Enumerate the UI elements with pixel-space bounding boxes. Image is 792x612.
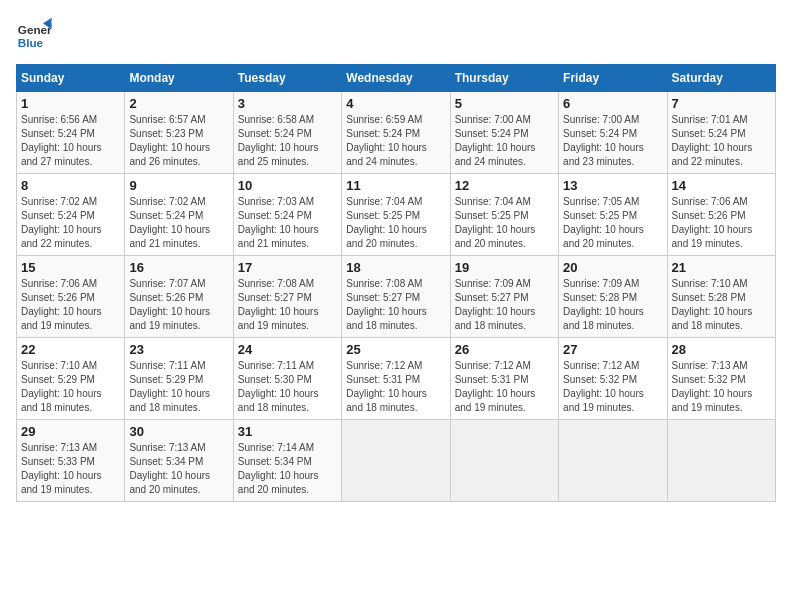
day-number: 29 bbox=[21, 424, 120, 439]
weekday-header-thursday: Thursday bbox=[450, 65, 558, 92]
calendar-cell: 16Sunrise: 7:07 AM Sunset: 5:26 PM Dayli… bbox=[125, 256, 233, 338]
day-info: Sunrise: 7:08 AM Sunset: 5:27 PM Dayligh… bbox=[346, 277, 445, 333]
day-number: 13 bbox=[563, 178, 662, 193]
calendar-cell: 6Sunrise: 7:00 AM Sunset: 5:24 PM Daylig… bbox=[559, 92, 667, 174]
page-header: General Blue bbox=[16, 16, 776, 52]
day-number: 15 bbox=[21, 260, 120, 275]
calendar-cell: 4Sunrise: 6:59 AM Sunset: 5:24 PM Daylig… bbox=[342, 92, 450, 174]
calendar-cell: 22Sunrise: 7:10 AM Sunset: 5:29 PM Dayli… bbox=[17, 338, 125, 420]
day-number: 14 bbox=[672, 178, 771, 193]
calendar-cell: 24Sunrise: 7:11 AM Sunset: 5:30 PM Dayli… bbox=[233, 338, 341, 420]
day-info: Sunrise: 7:13 AM Sunset: 5:34 PM Dayligh… bbox=[129, 441, 228, 497]
day-number: 20 bbox=[563, 260, 662, 275]
day-number: 6 bbox=[563, 96, 662, 111]
calendar-cell: 3Sunrise: 6:58 AM Sunset: 5:24 PM Daylig… bbox=[233, 92, 341, 174]
day-info: Sunrise: 7:06 AM Sunset: 5:26 PM Dayligh… bbox=[21, 277, 120, 333]
day-info: Sunrise: 7:01 AM Sunset: 5:24 PM Dayligh… bbox=[672, 113, 771, 169]
day-number: 12 bbox=[455, 178, 554, 193]
day-info: Sunrise: 7:00 AM Sunset: 5:24 PM Dayligh… bbox=[563, 113, 662, 169]
calendar-cell: 25Sunrise: 7:12 AM Sunset: 5:31 PM Dayli… bbox=[342, 338, 450, 420]
day-info: Sunrise: 7:08 AM Sunset: 5:27 PM Dayligh… bbox=[238, 277, 337, 333]
calendar-cell: 2Sunrise: 6:57 AM Sunset: 5:23 PM Daylig… bbox=[125, 92, 233, 174]
day-info: Sunrise: 7:04 AM Sunset: 5:25 PM Dayligh… bbox=[455, 195, 554, 251]
calendar-cell: 7Sunrise: 7:01 AM Sunset: 5:24 PM Daylig… bbox=[667, 92, 775, 174]
day-info: Sunrise: 7:14 AM Sunset: 5:34 PM Dayligh… bbox=[238, 441, 337, 497]
day-number: 3 bbox=[238, 96, 337, 111]
day-info: Sunrise: 7:13 AM Sunset: 5:32 PM Dayligh… bbox=[672, 359, 771, 415]
day-info: Sunrise: 7:09 AM Sunset: 5:27 PM Dayligh… bbox=[455, 277, 554, 333]
day-info: Sunrise: 7:11 AM Sunset: 5:29 PM Dayligh… bbox=[129, 359, 228, 415]
calendar-cell: 19Sunrise: 7:09 AM Sunset: 5:27 PM Dayli… bbox=[450, 256, 558, 338]
weekday-header-tuesday: Tuesday bbox=[233, 65, 341, 92]
day-info: Sunrise: 7:13 AM Sunset: 5:33 PM Dayligh… bbox=[21, 441, 120, 497]
calendar-cell: 28Sunrise: 7:13 AM Sunset: 5:32 PM Dayli… bbox=[667, 338, 775, 420]
calendar-cell: 5Sunrise: 7:00 AM Sunset: 5:24 PM Daylig… bbox=[450, 92, 558, 174]
day-number: 26 bbox=[455, 342, 554, 357]
calendar-cell: 15Sunrise: 7:06 AM Sunset: 5:26 PM Dayli… bbox=[17, 256, 125, 338]
svg-text:Blue: Blue bbox=[18, 36, 44, 49]
calendar-cell: 11Sunrise: 7:04 AM Sunset: 5:25 PM Dayli… bbox=[342, 174, 450, 256]
day-number: 30 bbox=[129, 424, 228, 439]
weekday-header-sunday: Sunday bbox=[17, 65, 125, 92]
calendar-cell: 10Sunrise: 7:03 AM Sunset: 5:24 PM Dayli… bbox=[233, 174, 341, 256]
calendar-week-row: 29Sunrise: 7:13 AM Sunset: 5:33 PM Dayli… bbox=[17, 420, 776, 502]
day-info: Sunrise: 7:04 AM Sunset: 5:25 PM Dayligh… bbox=[346, 195, 445, 251]
day-info: Sunrise: 6:56 AM Sunset: 5:24 PM Dayligh… bbox=[21, 113, 120, 169]
day-info: Sunrise: 7:12 AM Sunset: 5:32 PM Dayligh… bbox=[563, 359, 662, 415]
day-info: Sunrise: 7:11 AM Sunset: 5:30 PM Dayligh… bbox=[238, 359, 337, 415]
day-number: 24 bbox=[238, 342, 337, 357]
weekday-header-monday: Monday bbox=[125, 65, 233, 92]
day-number: 19 bbox=[455, 260, 554, 275]
day-info: Sunrise: 7:09 AM Sunset: 5:28 PM Dayligh… bbox=[563, 277, 662, 333]
day-info: Sunrise: 7:12 AM Sunset: 5:31 PM Dayligh… bbox=[455, 359, 554, 415]
day-info: Sunrise: 7:10 AM Sunset: 5:29 PM Dayligh… bbox=[21, 359, 120, 415]
calendar-cell: 30Sunrise: 7:13 AM Sunset: 5:34 PM Dayli… bbox=[125, 420, 233, 502]
day-number: 25 bbox=[346, 342, 445, 357]
day-info: Sunrise: 7:12 AM Sunset: 5:31 PM Dayligh… bbox=[346, 359, 445, 415]
day-info: Sunrise: 7:03 AM Sunset: 5:24 PM Dayligh… bbox=[238, 195, 337, 251]
calendar-cell: 14Sunrise: 7:06 AM Sunset: 5:26 PM Dayli… bbox=[667, 174, 775, 256]
logo: General Blue bbox=[16, 16, 58, 52]
calendar-cell: 26Sunrise: 7:12 AM Sunset: 5:31 PM Dayli… bbox=[450, 338, 558, 420]
day-info: Sunrise: 6:57 AM Sunset: 5:23 PM Dayligh… bbox=[129, 113, 228, 169]
day-number: 8 bbox=[21, 178, 120, 193]
calendar-cell bbox=[559, 420, 667, 502]
calendar-week-row: 22Sunrise: 7:10 AM Sunset: 5:29 PM Dayli… bbox=[17, 338, 776, 420]
calendar-cell: 12Sunrise: 7:04 AM Sunset: 5:25 PM Dayli… bbox=[450, 174, 558, 256]
calendar-cell: 23Sunrise: 7:11 AM Sunset: 5:29 PM Dayli… bbox=[125, 338, 233, 420]
day-number: 10 bbox=[238, 178, 337, 193]
calendar-cell: 27Sunrise: 7:12 AM Sunset: 5:32 PM Dayli… bbox=[559, 338, 667, 420]
day-info: Sunrise: 7:02 AM Sunset: 5:24 PM Dayligh… bbox=[21, 195, 120, 251]
day-info: Sunrise: 7:07 AM Sunset: 5:26 PM Dayligh… bbox=[129, 277, 228, 333]
day-number: 27 bbox=[563, 342, 662, 357]
day-number: 28 bbox=[672, 342, 771, 357]
day-number: 11 bbox=[346, 178, 445, 193]
day-info: Sunrise: 7:05 AM Sunset: 5:25 PM Dayligh… bbox=[563, 195, 662, 251]
day-number: 17 bbox=[238, 260, 337, 275]
day-info: Sunrise: 7:06 AM Sunset: 5:26 PM Dayligh… bbox=[672, 195, 771, 251]
day-number: 31 bbox=[238, 424, 337, 439]
calendar-cell: 9Sunrise: 7:02 AM Sunset: 5:24 PM Daylig… bbox=[125, 174, 233, 256]
day-number: 21 bbox=[672, 260, 771, 275]
calendar-cell: 20Sunrise: 7:09 AM Sunset: 5:28 PM Dayli… bbox=[559, 256, 667, 338]
day-number: 9 bbox=[129, 178, 228, 193]
day-number: 4 bbox=[346, 96, 445, 111]
calendar-week-row: 8Sunrise: 7:02 AM Sunset: 5:24 PM Daylig… bbox=[17, 174, 776, 256]
calendar-cell: 1Sunrise: 6:56 AM Sunset: 5:24 PM Daylig… bbox=[17, 92, 125, 174]
calendar-cell bbox=[342, 420, 450, 502]
calendar-week-row: 15Sunrise: 7:06 AM Sunset: 5:26 PM Dayli… bbox=[17, 256, 776, 338]
day-info: Sunrise: 6:58 AM Sunset: 5:24 PM Dayligh… bbox=[238, 113, 337, 169]
day-info: Sunrise: 7:10 AM Sunset: 5:28 PM Dayligh… bbox=[672, 277, 771, 333]
weekday-header-friday: Friday bbox=[559, 65, 667, 92]
day-number: 7 bbox=[672, 96, 771, 111]
day-info: Sunrise: 6:59 AM Sunset: 5:24 PM Dayligh… bbox=[346, 113, 445, 169]
day-number: 16 bbox=[129, 260, 228, 275]
calendar-cell: 13Sunrise: 7:05 AM Sunset: 5:25 PM Dayli… bbox=[559, 174, 667, 256]
calendar-cell bbox=[667, 420, 775, 502]
calendar-cell: 8Sunrise: 7:02 AM Sunset: 5:24 PM Daylig… bbox=[17, 174, 125, 256]
calendar-week-row: 1Sunrise: 6:56 AM Sunset: 5:24 PM Daylig… bbox=[17, 92, 776, 174]
weekday-header-wednesday: Wednesday bbox=[342, 65, 450, 92]
day-number: 18 bbox=[346, 260, 445, 275]
weekday-header-saturday: Saturday bbox=[667, 65, 775, 92]
calendar-cell: 17Sunrise: 7:08 AM Sunset: 5:27 PM Dayli… bbox=[233, 256, 341, 338]
